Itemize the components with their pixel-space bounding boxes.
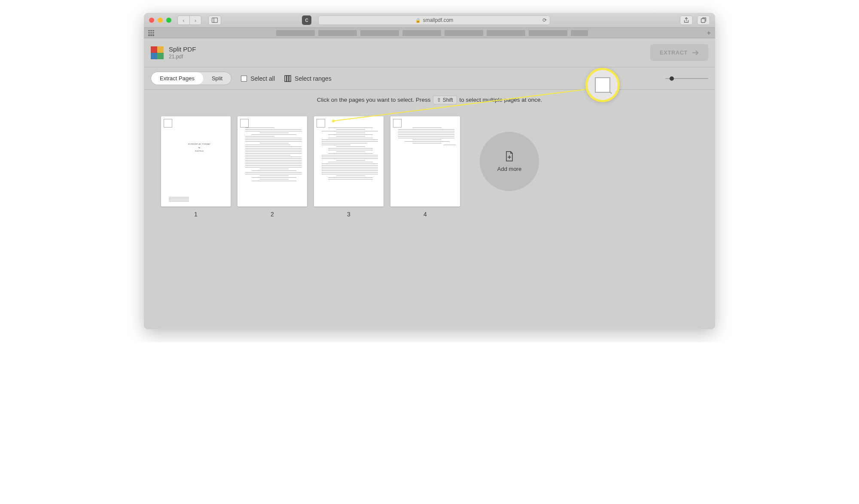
reload-button[interactable]: ⟳ bbox=[542, 17, 547, 23]
pages-grid: SCREENPLAY FORMAT by Keith Grant 1 2 bbox=[144, 108, 715, 329]
annotation-checkbox-zoom: ↘ bbox=[595, 77, 610, 93]
page-checkbox[interactable] bbox=[393, 119, 402, 128]
shift-key-hint: ⇧ Shift bbox=[433, 96, 457, 104]
tool-shortcut[interactable] bbox=[571, 30, 588, 36]
tool-shortcut[interactable] bbox=[318, 30, 357, 36]
select-ranges-option[interactable]: Select ranges bbox=[284, 75, 332, 82]
mode-segmented-control: Extract Pages Split bbox=[151, 72, 232, 85]
tool-shortcut[interactable] bbox=[276, 30, 315, 36]
tool-shortcut[interactable] bbox=[402, 30, 441, 36]
tool-shortcuts bbox=[276, 30, 588, 36]
page-checkbox[interactable] bbox=[164, 119, 172, 128]
url-host: smallpdf.com bbox=[423, 17, 454, 23]
page-thumbnail-4[interactable] bbox=[390, 116, 460, 206]
page-number: 2 bbox=[271, 211, 274, 218]
select-ranges-label: Select ranges bbox=[295, 75, 332, 82]
forward-button[interactable]: › bbox=[189, 15, 201, 25]
zoom-slider[interactable] bbox=[665, 78, 708, 79]
sidebar-toggle-button[interactable] bbox=[208, 15, 221, 25]
tool-shortcut[interactable] bbox=[487, 30, 525, 36]
smallpdf-logo-icon bbox=[151, 46, 164, 59]
back-button[interactable]: ‹ bbox=[177, 15, 189, 25]
page-thumbnail-3[interactable] bbox=[314, 116, 384, 206]
add-file-icon bbox=[505, 151, 514, 161]
filename-label: 21.pdf bbox=[169, 54, 196, 60]
titlebar: ‹ › C 🔒 smallpdf.com ⟳ bbox=[144, 13, 715, 28]
apps-grid-icon[interactable] bbox=[148, 30, 154, 36]
ranges-icon bbox=[284, 75, 291, 82]
tabs-overview-button[interactable] bbox=[697, 15, 710, 25]
page-checkbox[interactable] bbox=[240, 119, 249, 128]
svg-rect-5 bbox=[289, 76, 291, 82]
page-card: 3 bbox=[314, 116, 384, 218]
svg-rect-4 bbox=[287, 76, 289, 82]
add-more-label: Add more bbox=[497, 166, 521, 172]
share-button[interactable] bbox=[680, 15, 693, 25]
page-thumbnail-1[interactable]: SCREENPLAY FORMAT by Keith Grant bbox=[161, 116, 231, 206]
tool-title: Split PDF bbox=[169, 46, 196, 53]
page-card: 4 bbox=[390, 116, 460, 218]
page-number: 4 bbox=[423, 211, 427, 218]
minimize-window-button[interactable] bbox=[158, 18, 163, 23]
extract-pages-tab[interactable]: Extract Pages bbox=[151, 72, 203, 85]
nav-group: ‹ › bbox=[177, 15, 201, 25]
page-number: 1 bbox=[194, 211, 198, 218]
traffic-lights bbox=[149, 18, 171, 23]
browser-window: ‹ › C 🔒 smallpdf.com ⟳ bbox=[144, 13, 715, 329]
annotation-callout-circle: ↘ bbox=[585, 68, 620, 102]
zoom-slider-knob[interactable] bbox=[670, 76, 674, 81]
tool-shortcut[interactable] bbox=[360, 30, 399, 36]
extract-button-label: EXTRACT bbox=[660, 49, 688, 56]
svg-rect-3 bbox=[285, 76, 286, 82]
toolbar: Extract Pages Split Select all Select ra… bbox=[144, 67, 715, 90]
svg-rect-0 bbox=[212, 18, 218, 23]
lock-icon: 🔒 bbox=[415, 18, 420, 23]
page-card: 2 bbox=[238, 116, 307, 218]
close-window-button[interactable] bbox=[149, 18, 154, 23]
instruction-text: Click on the pages you want to select. P… bbox=[144, 90, 715, 108]
tool-shortcut[interactable] bbox=[445, 30, 483, 36]
select-all-label: Select all bbox=[250, 75, 275, 82]
page-thumbnail-2[interactable] bbox=[238, 116, 307, 206]
page-header: Split PDF 21.pdf EXTRACT bbox=[144, 38, 715, 67]
url-bar[interactable]: 🔒 smallpdf.com ⟳ bbox=[318, 15, 550, 25]
split-tab[interactable]: Split bbox=[203, 72, 231, 85]
tab-strip: + bbox=[144, 28, 715, 38]
new-tab-button[interactable]: + bbox=[707, 29, 711, 37]
select-all-checkbox[interactable] bbox=[241, 76, 247, 82]
arrow-right-icon bbox=[692, 50, 699, 55]
page-number: 3 bbox=[347, 211, 350, 218]
svg-rect-2 bbox=[701, 19, 705, 23]
select-all-option[interactable]: Select all bbox=[241, 75, 275, 82]
page-checkbox[interactable] bbox=[317, 119, 325, 128]
page-card: SCREENPLAY FORMAT by Keith Grant 1 bbox=[161, 116, 231, 218]
tool-shortcut[interactable] bbox=[529, 30, 567, 36]
maximize-window-button[interactable] bbox=[166, 18, 171, 23]
privacy-shield-icon[interactable]: C bbox=[302, 15, 311, 25]
add-more-button[interactable]: Add more bbox=[480, 132, 539, 191]
extract-button[interactable]: EXTRACT bbox=[650, 44, 708, 61]
